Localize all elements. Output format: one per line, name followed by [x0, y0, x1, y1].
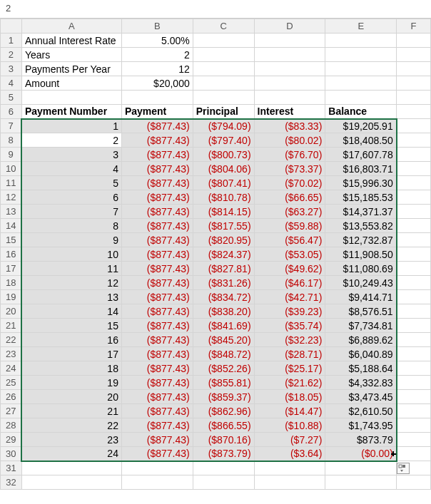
cell-C13[interactable]: ($814.15)	[193, 205, 254, 219]
cell-F12[interactable]	[397, 190, 431, 205]
cell-A3[interactable]: Payments Per Year	[21, 62, 121, 76]
cell-F3[interactable]	[397, 62, 431, 76]
cell-F4[interactable]	[397, 76, 431, 91]
cell-F8[interactable]	[397, 133, 431, 148]
cell-A30[interactable]: 24	[21, 447, 121, 461]
cell-E12[interactable]: $15,185.53	[325, 190, 397, 205]
cell-B15[interactable]: ($877.43)	[121, 233, 193, 247]
cell-D24[interactable]: ($25.17)	[254, 361, 325, 376]
row-header-29[interactable]: 29	[1, 433, 22, 447]
cell-D17[interactable]: ($49.62)	[254, 262, 325, 276]
cell-B3[interactable]: 12	[121, 62, 193, 76]
cell-A6[interactable]: Payment Number	[21, 105, 121, 119]
cell-A4[interactable]: Amount	[21, 76, 121, 91]
cell-E5[interactable]	[325, 91, 397, 105]
cell-B18[interactable]: ($877.43)	[121, 276, 193, 290]
select-all-corner[interactable]	[1, 19, 22, 34]
cell-A15[interactable]: 9	[21, 233, 121, 247]
column-header-F[interactable]: F	[397, 19, 431, 34]
cell-A24[interactable]: 18	[21, 361, 121, 376]
cell-B27[interactable]: ($877.43)	[121, 404, 193, 418]
cell-E14[interactable]: $13,553.82	[325, 219, 397, 233]
cell-F24[interactable]	[397, 361, 431, 376]
cell-E18[interactable]: $10,249.43	[325, 276, 397, 290]
cell-B20[interactable]: ($877.43)	[121, 304, 193, 319]
cell-E3[interactable]	[325, 62, 397, 76]
cell-C25[interactable]: ($855.81)	[193, 376, 254, 390]
cell-E10[interactable]: $16,803.71	[325, 162, 397, 176]
autofill-options-button[interactable]	[397, 463, 410, 474]
cell-B8[interactable]: ($877.43)	[121, 133, 193, 148]
cell-F9[interactable]	[397, 148, 431, 162]
cell-F29[interactable]	[397, 433, 431, 447]
cell-F20[interactable]	[397, 304, 431, 319]
cell-F27[interactable]	[397, 404, 431, 418]
cell-E21[interactable]: $7,734.81	[325, 319, 397, 333]
cell-C14[interactable]: ($817.55)	[193, 219, 254, 233]
cell-B1[interactable]: 5.00%	[121, 34, 193, 48]
cell-B13[interactable]: ($877.43)	[121, 205, 193, 219]
cell-B5[interactable]	[121, 91, 193, 105]
cell-C17[interactable]: ($827.81)	[193, 262, 254, 276]
cell-A1[interactable]: Annual Interest Rate	[21, 34, 121, 48]
cell-E22[interactable]: $6,889.62	[325, 333, 397, 347]
cell-D22[interactable]: ($32.23)	[254, 333, 325, 347]
cell-A14[interactable]: 8	[21, 219, 121, 233]
cell-D1[interactable]	[254, 34, 325, 48]
cell-C10[interactable]: ($804.06)	[193, 162, 254, 176]
cell-C11[interactable]: ($807.41)	[193, 176, 254, 190]
cell-B6[interactable]: Payment	[121, 105, 193, 119]
cell-B12[interactable]: ($877.43)	[121, 190, 193, 205]
cell-E28[interactable]: $1,743.95	[325, 418, 397, 433]
cell-A29[interactable]: 23	[21, 433, 121, 447]
cell-F6[interactable]	[397, 105, 431, 119]
cell-D11[interactable]: ($70.02)	[254, 176, 325, 190]
cell-A8[interactable]: 2	[21, 133, 121, 148]
row-header-20[interactable]: 20	[1, 304, 22, 319]
cell-F25[interactable]	[397, 376, 431, 390]
cell-D30[interactable]: ($3.64)	[254, 447, 325, 461]
cell-D31[interactable]	[254, 461, 325, 475]
cell-D27[interactable]: ($14.47)	[254, 404, 325, 418]
cell-A13[interactable]: 7	[21, 205, 121, 219]
cell-F30[interactable]	[397, 447, 431, 461]
row-header-19[interactable]: 19	[1, 290, 22, 304]
cell-E30[interactable]: ($0.00)	[325, 447, 397, 461]
row-header-7[interactable]: 7	[1, 119, 22, 133]
row-header-3[interactable]: 3	[1, 62, 22, 76]
cell-C22[interactable]: ($845.20)	[193, 333, 254, 347]
cell-E8[interactable]: $18,408.50	[325, 133, 397, 148]
cell-A31[interactable]	[21, 461, 121, 475]
column-header-C[interactable]: C	[193, 19, 254, 34]
row-header-13[interactable]: 13	[1, 205, 22, 219]
cell-B16[interactable]: ($877.43)	[121, 247, 193, 262]
cell-D32[interactable]	[254, 475, 325, 490]
cell-D13[interactable]: ($63.27)	[254, 205, 325, 219]
cell-A22[interactable]: 16	[21, 333, 121, 347]
cell-A27[interactable]: 21	[21, 404, 121, 418]
cell-D20[interactable]: ($39.23)	[254, 304, 325, 319]
cell-A7[interactable]: 1	[21, 119, 121, 133]
cell-E29[interactable]: $873.79	[325, 433, 397, 447]
row-header-4[interactable]: 4	[1, 76, 22, 91]
cell-B4[interactable]: $20,000	[121, 76, 193, 91]
row-header-28[interactable]: 28	[1, 418, 22, 433]
cell-D7[interactable]: ($83.33)	[254, 119, 325, 133]
cell-E25[interactable]: $4,332.83	[325, 376, 397, 390]
row-header-11[interactable]: 11	[1, 176, 22, 190]
cell-E19[interactable]: $9,414.71	[325, 290, 397, 304]
row-header-26[interactable]: 26	[1, 390, 22, 404]
cell-B21[interactable]: ($877.43)	[121, 319, 193, 333]
formula-bar[interactable]: 2	[0, 0, 431, 19]
cell-D21[interactable]: ($35.74)	[254, 319, 325, 333]
cell-B30[interactable]: ($877.43)	[121, 447, 193, 461]
cell-C1[interactable]	[193, 34, 254, 48]
cell-E16[interactable]: $11,908.50	[325, 247, 397, 262]
cell-C28[interactable]: ($866.55)	[193, 418, 254, 433]
cell-C32[interactable]	[193, 475, 254, 490]
cell-E1[interactable]	[325, 34, 397, 48]
row-header-27[interactable]: 27	[1, 404, 22, 418]
cell-B14[interactable]: ($877.43)	[121, 219, 193, 233]
cell-B24[interactable]: ($877.43)	[121, 361, 193, 376]
cell-C6[interactable]: Principal	[193, 105, 254, 119]
